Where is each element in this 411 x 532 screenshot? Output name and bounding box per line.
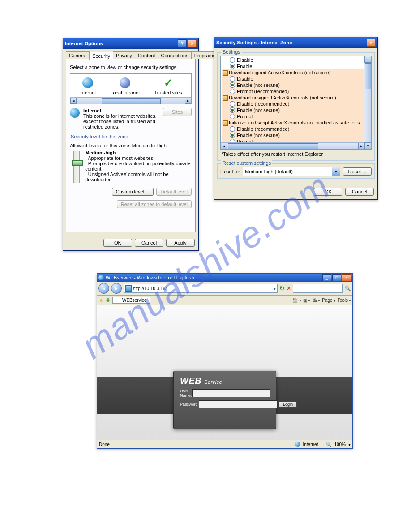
address-bar[interactable]: http://10.10.3.16/ ▾ (124, 284, 278, 293)
password-input[interactable] (199, 400, 277, 408)
login-button[interactable]: Login (279, 401, 297, 408)
minimize-button[interactable]: _ (322, 274, 331, 281)
scroll-left-icon[interactable]: ◂ (70, 98, 77, 104)
security-level-legend: Security level for this zone (70, 134, 129, 139)
close-button[interactable]: × (342, 274, 351, 281)
close-button[interactable]: × (367, 39, 376, 47)
scroll-thumb[interactable] (228, 143, 318, 150)
home-button[interactable]: 🏠 ▾ (292, 298, 301, 303)
activex-icon (223, 95, 228, 101)
refresh-button[interactable]: ↻ (279, 285, 285, 292)
add-favorites-icon[interactable]: ✚ (106, 297, 111, 304)
zone-instruction: Select a zone to view or change security… (70, 64, 192, 70)
tab-content[interactable]: Content (135, 51, 158, 59)
cancel-button[interactable]: Cancel (135, 239, 163, 247)
radio-label: Prompt (recommended) (237, 89, 289, 94)
cancel-button[interactable]: Cancel (345, 188, 374, 196)
stop-button[interactable]: ✕ (287, 285, 291, 292)
scroll-down-icon[interactable]: ▾ (364, 142, 371, 149)
slider-thumb[interactable] (72, 160, 83, 166)
zone-intranet-label: Local intranet (110, 90, 140, 95)
zone-scrollbar[interactable]: ◂ ▸ (70, 97, 191, 104)
radio-option[interactable]: Disable (recommended) (222, 101, 370, 107)
custom-level-button[interactable]: Custom level ... (112, 188, 154, 196)
tools-menu[interactable]: Tools ▾ (338, 298, 351, 303)
tree-node[interactable]: Download signed ActiveX controls (not se… (222, 69, 370, 76)
titlebar[interactable]: Security Settings - Internet Zone × (214, 37, 377, 48)
radio-icon (230, 82, 235, 88)
zone-intranet[interactable]: Local intranet (110, 77, 140, 95)
radio-option[interactable]: Enable (222, 63, 370, 69)
nav-toolbar: ◂ ▸ http://10.10.3.16/ ▾ ↻ ✕ 🔍 (97, 282, 352, 296)
radio-option[interactable]: Enable (not secure) (222, 107, 370, 113)
feeds-button[interactable]: ▦ ▾ (303, 298, 311, 303)
zone-trusted-label: Trusted sites (154, 90, 182, 95)
page-icon (125, 285, 132, 292)
titlebar[interactable]: Internet Options ? × (63, 38, 198, 49)
favorites-icon[interactable]: ★ (98, 297, 104, 304)
radio-icon (230, 57, 235, 63)
tab-security[interactable]: Security (89, 52, 113, 60)
reset-button[interactable]: Reset ... (343, 167, 372, 176)
username-label: User Name: (180, 389, 192, 398)
list-scrollbar[interactable]: ▴ ▾ (364, 56, 371, 149)
tree-node[interactable]: Initialize and script ActiveX controls n… (222, 120, 370, 126)
settings-listbox[interactable]: DisableEnableDownload signed ActiveX con… (220, 56, 372, 150)
ok-button[interactable]: OK (103, 239, 132, 247)
zoom-level: 100% (334, 442, 346, 447)
reset-group: Reset custom settings Reset to: Medium-h… (217, 163, 375, 179)
tree-node[interactable]: Download unsigned ActiveX controls (not … (222, 94, 370, 101)
scroll-up-icon[interactable]: ▴ (364, 56, 371, 63)
tab-privacy[interactable]: Privacy (113, 51, 135, 59)
radio-option[interactable]: Prompt (222, 113, 370, 120)
settings-group: Settings DisableEnableDownload signed Ac… (217, 52, 375, 161)
search-box[interactable] (293, 284, 343, 293)
radio-option[interactable]: Disable (222, 76, 370, 82)
back-button[interactable]: ◂ (98, 283, 109, 294)
ie-icon (98, 275, 104, 280)
browser-titlebar[interactable]: WEBservice - Windows Internet Explorer _… (97, 274, 352, 282)
zone-list[interactable]: Internet Local intranet ✓ Trusted sites … (70, 73, 192, 104)
zone-description: This zone is for Internet websites, exce… (83, 113, 157, 129)
default-level-button[interactable]: Default level (156, 188, 192, 196)
chevron-down-icon[interactable]: ▾ (348, 442, 351, 447)
reset-all-zones-button[interactable]: Reset all zones to default level (117, 200, 192, 208)
ok-button[interactable]: OK (314, 188, 342, 196)
scroll-thumb[interactable] (102, 98, 161, 104)
radio-option[interactable]: Disable (222, 57, 370, 63)
page-menu[interactable]: Page ▾ (322, 298, 335, 303)
radio-label: Prompt (237, 114, 253, 119)
activex-icon (223, 120, 228, 126)
radio-label: Enable (not secure) (237, 82, 280, 88)
tab-general[interactable]: General (66, 51, 90, 59)
zone-internet[interactable]: Internet (79, 77, 96, 95)
print-button[interactable]: 🖶 ▾ (313, 298, 321, 303)
radio-option[interactable]: Prompt (recommended) (222, 88, 370, 94)
apply-button[interactable]: Apply (166, 239, 195, 247)
tree-node-label: Initialize and script ActiveX controls n… (229, 120, 360, 125)
chevron-down-icon[interactable]: ▾ (274, 286, 276, 291)
tab-connections[interactable]: Connections (158, 51, 191, 59)
radio-option[interactable]: Enable (not secure) (222, 82, 370, 88)
password-label: Password: (180, 402, 199, 407)
zone-trusted[interactable]: ✓ Trusted sites (154, 77, 182, 95)
browser-tab[interactable]: WEBservice (112, 297, 150, 304)
help-button[interactable]: ? (178, 39, 187, 47)
scroll-left-icon[interactable]: ◂ (221, 143, 227, 149)
forward-button[interactable]: ▸ (111, 283, 122, 294)
chevron-down-icon[interactable]: ▾ (332, 167, 340, 176)
level-slider[interactable] (73, 151, 80, 183)
zoom-icon[interactable]: 🔍 (326, 442, 331, 447)
username-input[interactable] (192, 389, 270, 397)
scroll-right-icon[interactable]: ▸ (185, 98, 191, 104)
maximize-button[interactable]: ▢ (332, 274, 341, 281)
search-icon[interactable]: 🔍 (345, 286, 351, 292)
radio-option[interactable]: Disable (recommended) (222, 126, 370, 132)
scroll-right-icon[interactable]: ▸ (358, 143, 364, 149)
close-button[interactable]: × (188, 39, 197, 47)
radio-option[interactable]: Enable (not secure) (222, 132, 370, 138)
scroll-thumb[interactable] (365, 63, 372, 89)
list-hscrollbar[interactable]: ◂ ▸ (221, 142, 364, 149)
sites-button[interactable]: Sites (163, 108, 192, 116)
reset-to-combo[interactable]: Medium-high (default) ▾ (243, 167, 340, 176)
